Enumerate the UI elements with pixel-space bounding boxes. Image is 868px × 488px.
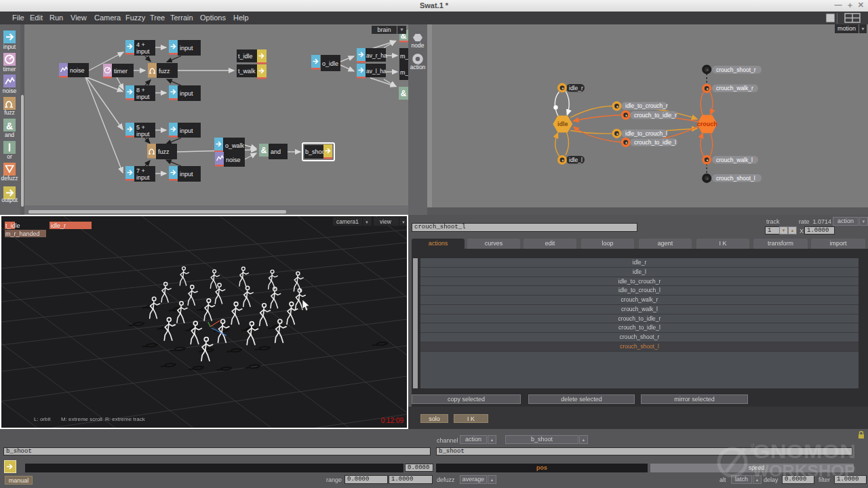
- svg-text:5 +: 5 +: [136, 124, 145, 131]
- svg-text:crouch_walk_l: crouch_walk_l: [716, 157, 753, 163]
- svg-text:noise: noise: [226, 157, 241, 163]
- svg-text:camera1: camera1: [336, 218, 359, 225]
- svg-text:idle_to_crouch_l: idle_to_crouch_l: [625, 130, 667, 137]
- svg-text:L: orbit: L: orbit: [34, 416, 51, 422]
- svg-text:&: &: [6, 121, 13, 131]
- svg-text:input: input: [180, 127, 193, 134]
- svg-text:t_idle: t_idle: [5, 222, 20, 229]
- svg-text:timer: timer: [3, 66, 16, 73]
- svg-text:node: node: [412, 42, 425, 49]
- svg-text:view: view: [380, 218, 392, 225]
- svg-text:0:12:09: 0:12:09: [381, 417, 404, 424]
- svg-text:GNOMON: GNOMON: [753, 441, 856, 462]
- svg-text:idle: idle: [557, 121, 568, 127]
- svg-text:fuzz: fuzz: [158, 148, 170, 155]
- svg-text:fuzz: fuzz: [4, 109, 15, 116]
- svg-text:crouch_shoot_l: crouch_shoot_l: [716, 175, 755, 182]
- svg-text:input: input: [3, 43, 16, 50]
- svg-text:idle_r: idle_r: [569, 85, 583, 92]
- svg-text:7 +: 7 +: [136, 167, 145, 174]
- svg-text:input: input: [180, 171, 193, 178]
- svg-text:▼: ▼: [365, 220, 369, 224]
- svg-text:output: output: [1, 197, 18, 203]
- svg-text:crouch_to_idle_l: crouch_to_idle_l: [634, 139, 676, 146]
- svg-text:timer: timer: [114, 68, 127, 75]
- svg-text:idle_l: idle_l: [569, 157, 583, 163]
- svg-text:m_: m_: [400, 53, 408, 60]
- svg-text:m_: m_: [400, 69, 408, 76]
- svg-text:t_idle: t_idle: [238, 53, 253, 60]
- svg-text:m_r_handed: m_r_handed: [5, 230, 40, 237]
- svg-text:crouch_to_idle_r: crouch_to_idle_r: [634, 112, 677, 119]
- svg-text:noise: noise: [3, 87, 17, 94]
- svg-text:input: input: [180, 45, 193, 52]
- svg-text:and: and: [5, 131, 14, 138]
- svg-text:noise: noise: [70, 67, 85, 74]
- svg-text:defuzz: defuzz: [1, 175, 18, 182]
- svg-text:o_walk: o_walk: [225, 142, 245, 149]
- svg-text:crouch_shoot_r: crouch_shoot_r: [716, 66, 756, 73]
- svg-text:action: action: [410, 64, 426, 70]
- svg-text:8 +: 8 +: [136, 87, 145, 94]
- svg-text:o_idle: o_idle: [322, 60, 338, 67]
- svg-text:t_walk: t_walk: [238, 68, 256, 75]
- svg-text:av_r_ha: av_r_ha: [366, 52, 387, 59]
- svg-text:input: input: [136, 131, 150, 138]
- svg-text:input: input: [136, 174, 150, 181]
- svg-text:4 +: 4 +: [136, 41, 145, 48]
- svg-text:and: and: [271, 148, 281, 155]
- svg-text:input: input: [136, 94, 150, 100]
- svg-text:M: extreme scroll: M: extreme scroll: [61, 416, 102, 422]
- svg-text:or: or: [7, 153, 12, 160]
- svg-text:av_l_ha: av_l_ha: [366, 68, 387, 75]
- svg-text:crouch_walk_r: crouch_walk_r: [716, 85, 753, 92]
- svg-text:crouch: crouch: [697, 121, 717, 127]
- svg-text:THE: THE: [750, 443, 755, 453]
- svg-text:idle_r: idle_r: [51, 222, 66, 229]
- svg-text:idle_to_crouch_r: idle_to_crouch_r: [625, 102, 668, 109]
- svg-text:input: input: [180, 90, 193, 97]
- svg-text:input: input: [136, 48, 150, 55]
- svg-text:fuzz: fuzz: [159, 68, 170, 75]
- svg-text:b_shoo: b_shoo: [305, 148, 326, 155]
- svg-text:▼: ▼: [401, 220, 406, 224]
- svg-text:R: extreme track: R: extreme track: [105, 416, 146, 422]
- svg-text:WORKSHOP: WORKSHOP: [753, 462, 856, 481]
